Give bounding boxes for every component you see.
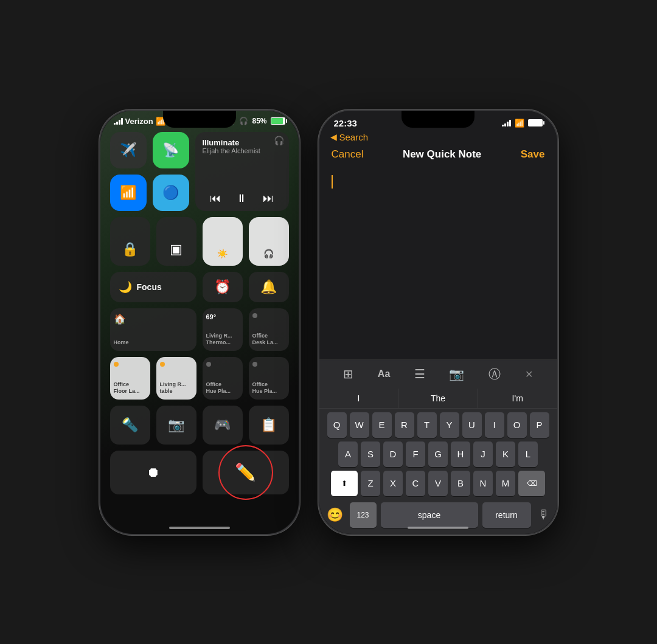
save-button[interactable]: Save (521, 148, 545, 161)
remote-icon: 🎮 (214, 417, 231, 433)
key-q[interactable]: Q (327, 412, 347, 438)
key-m[interactable]: M (496, 471, 515, 496)
key-c[interactable]: C (406, 471, 425, 496)
text-cursor (332, 175, 333, 189)
hue-2-button[interactable]: OfficeHue Pla... (249, 357, 289, 400)
moon-icon: 🌙 (119, 280, 132, 294)
shift-key[interactable]: ⬆ (331, 471, 358, 496)
format-icon[interactable]: Aa (378, 369, 390, 379)
home-button[interactable]: 🏠 Home (110, 308, 196, 351)
microphone-button[interactable]: 🎙 (535, 508, 552, 522)
dnd-icon: ⏰ (214, 279, 231, 295)
camera-toolbar-icon[interactable]: 📷 (449, 367, 464, 381)
brightness-slider[interactable]: ☀️ (203, 217, 243, 266)
close-toolbar-icon[interactable]: ✕ (525, 369, 533, 380)
connectivity-block: ✈️ 📡 📶 🔵 (110, 132, 189, 211)
right-home-bar[interactable] (408, 527, 468, 529)
scribble-button[interactable]: ✏️ (203, 451, 289, 494)
flashlight-button[interactable]: 🔦 (110, 406, 150, 445)
emoji-button[interactable]: 😊 (324, 507, 346, 523)
pause-button[interactable]: ⏸ (236, 192, 247, 205)
notch (163, 111, 236, 128)
screen-mirror-button[interactable]: ▣ (156, 217, 196, 266)
office-floor-label: OfficeFloor La... (114, 381, 140, 395)
pred-item-1[interactable]: I (319, 389, 399, 408)
volume-slider[interactable]: 🎧 (249, 217, 289, 266)
table-icon[interactable]: ⊞ (343, 367, 353, 381)
record-button[interactable]: ⏺ (110, 451, 196, 494)
next-button[interactable]: ⏭ (263, 192, 274, 205)
key-z[interactable]: Z (361, 471, 380, 496)
temp-value: 69° (206, 313, 217, 320)
pred-item-2[interactable]: The (398, 389, 478, 408)
return-key[interactable]: return (482, 502, 531, 528)
remote-button[interactable]: 🎮 (203, 406, 243, 445)
focus-label: Focus (137, 282, 162, 292)
key-i[interactable]: I (485, 412, 504, 438)
wifi-status-icon: 📶 (515, 119, 524, 128)
annotate-icon[interactable]: Ⓐ (488, 366, 501, 383)
focus-button[interactable]: 🌙 Focus (110, 272, 196, 302)
music-title: Illuminate (203, 138, 282, 147)
back-label[interactable]: Search (339, 132, 369, 142)
key-p[interactable]: P (530, 412, 549, 438)
living-table-label: Living R...table (160, 381, 186, 395)
airplane-button[interactable]: ✈️ (110, 132, 147, 168)
key-y[interactable]: Y (440, 412, 459, 438)
key-h[interactable]: H (451, 441, 470, 467)
key-a[interactable]: A (338, 441, 358, 467)
mirror-icon: ▣ (170, 241, 182, 257)
desk-lamp-button[interactable]: OfficeDesk La... (249, 308, 289, 351)
note-body[interactable] (319, 167, 557, 359)
right-signal-icon (502, 119, 511, 126)
back-nav[interactable]: ◀ Search (319, 131, 557, 146)
thermostat-button[interactable]: 69° Living R...Thermo... (203, 308, 243, 351)
prev-button[interactable]: ⏮ (210, 192, 221, 205)
music-widget[interactable]: 🎧 Illuminate Elijah the Alchemist ⏮ ⏸ ⏭ (195, 132, 289, 211)
key-x[interactable]: X (383, 471, 403, 496)
pred-item-3[interactable]: I'm (478, 389, 557, 408)
space-key[interactable]: space (381, 502, 478, 528)
homekit-row: 🏠 Home 69° Living R...Thermo... OfficeDe… (110, 308, 289, 351)
key-u[interactable]: U (462, 412, 482, 438)
key-t[interactable]: T (417, 412, 437, 438)
scribble-icon: ✏️ (235, 462, 256, 482)
notes-button[interactable]: 📋 (249, 406, 289, 445)
key-o[interactable]: O (507, 412, 527, 438)
key-k[interactable]: K (496, 441, 515, 467)
key-d[interactable]: D (383, 441, 403, 467)
carrier-info: Verizon 📶 (114, 117, 165, 126)
key-l[interactable]: L (518, 441, 538, 467)
keyboard: Q W E R T Y U I O P A S D F G H J K (319, 409, 557, 534)
camera-button[interactable]: 📷 (156, 406, 196, 445)
key-g[interactable]: G (428, 441, 448, 467)
orientation-lock-button[interactable]: 🔒 (110, 217, 150, 266)
cellular-button[interactable]: 📡 (153, 132, 189, 168)
key-e[interactable]: E (372, 412, 392, 438)
bottom-row: ⏺ ✏️ (110, 451, 289, 494)
key-f[interactable]: F (406, 441, 425, 467)
note-nav-bar: Cancel New Quick Note Save (319, 146, 557, 167)
key-r[interactable]: R (395, 412, 414, 438)
bluetooth-button[interactable]: 🔵 (153, 175, 189, 211)
key-n[interactable]: N (473, 471, 493, 496)
key-s[interactable]: S (361, 441, 380, 467)
home-bar[interactable] (169, 527, 230, 529)
living-table-button[interactable]: Living R...table (156, 357, 196, 400)
carrier-label: Verizon (125, 117, 153, 126)
key-v[interactable]: V (428, 471, 448, 496)
office-floor-button[interactable]: OfficeFloor La... (110, 357, 150, 400)
wifi-button[interactable]: 📶 (110, 175, 147, 211)
key-w[interactable]: W (350, 412, 369, 438)
alarm-button[interactable]: 🔔 (249, 272, 289, 302)
hue-1-button[interactable]: OfficeHue Pla... (203, 357, 243, 400)
delete-key[interactable]: ⌫ (518, 471, 545, 496)
key-j[interactable]: J (473, 441, 493, 467)
do-not-disturb-button[interactable]: ⏰ (203, 272, 243, 302)
key-b[interactable]: B (451, 471, 470, 496)
alarm-icon-2: 🔔 (260, 279, 277, 295)
numbers-key[interactable]: 123 (350, 502, 377, 528)
back-arrow-icon: ◀ (330, 132, 337, 142)
list-icon[interactable]: ☰ (414, 367, 425, 381)
cancel-button[interactable]: Cancel (332, 148, 364, 161)
